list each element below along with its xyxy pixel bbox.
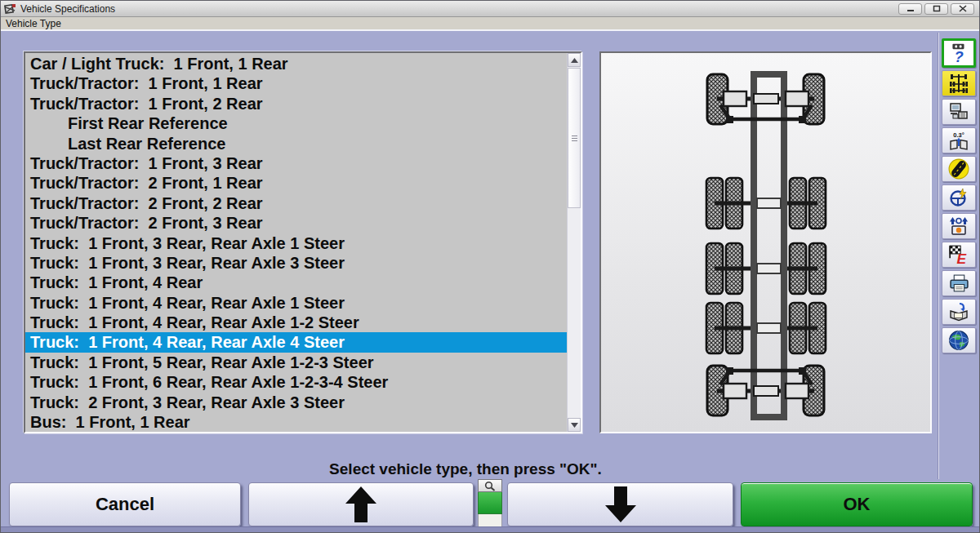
list-item[interactable]: Truck: 1 Front, 3 Rear, Rear Axle 3 Stee… — [25, 253, 567, 273]
arrow-down-icon — [604, 486, 638, 523]
arrow-up-icon — [344, 486, 378, 523]
sidebar-separator — [938, 33, 938, 479]
print-icon — [949, 273, 969, 294]
content-area: Car / Light Truck: 1 Front, 1 RearTruck/… — [1, 33, 979, 532]
list-item[interactable]: Truck: 1 Front, 4 Rear — [25, 273, 567, 292]
save-restore-button[interactable] — [942, 299, 976, 325]
sidebar: ? — [942, 38, 978, 356]
tab-bar: Vehicle Type — [1, 17, 979, 31]
minimize-button[interactable] — [898, 3, 922, 15]
caster-steer-button[interactable] — [942, 184, 976, 211]
minimize-icon — [906, 5, 915, 12]
globe-button[interactable] — [942, 327, 976, 353]
list-item[interactable]: Truck: 2 Front, 3 Rear, Rear Axle 3 Stee… — [25, 393, 567, 412]
caster-steer-icon — [949, 188, 969, 207]
print-button[interactable] — [942, 270, 976, 296]
svg-text:E: E — [956, 251, 966, 265]
list-item[interactable]: Truck: 1 Front, 5 Rear, Rear Axle 1-2-3 … — [25, 353, 567, 372]
scroll-up-icon — [571, 58, 578, 63]
vehicle-specifications-button[interactable] — [942, 70, 976, 96]
close-icon — [959, 5, 967, 12]
title-bar: Vehicle Specifications — [1, 1, 979, 17]
vehicle-specifications-icon — [949, 73, 969, 94]
vehicle-diagram-panel — [599, 51, 932, 433]
svg-text:?: ? — [954, 48, 963, 64]
aligner-console-icon — [949, 102, 969, 122]
maximize-button[interactable] — [924, 3, 948, 15]
list-item[interactable]: Bus: 1 Front, 1 Rear — [25, 412, 567, 432]
globe-icon — [948, 330, 969, 351]
move-up-button[interactable] — [248, 482, 474, 526]
tab-vehicle-type: Vehicle Type — [6, 18, 61, 29]
ok-button-label: OK — [844, 494, 871, 515]
vehicle-type-listbox: Car / Light Truck: 1 Front, 1 RearTruck/… — [24, 51, 582, 433]
list-item[interactable]: First Rear Reference — [25, 113, 567, 133]
list-item[interactable]: Last Rear Reference — [25, 134, 567, 153]
ok-button[interactable]: OK — [741, 482, 973, 526]
maximize-icon — [933, 5, 941, 12]
cancel-button[interactable]: Cancel — [9, 482, 241, 526]
list-item[interactable]: Truck: 1 Front, 4 Rear, Rear Axle 1-2 St… — [25, 313, 567, 332]
window-title: Vehicle Specifications — [20, 3, 115, 15]
scrollbar-thumb[interactable] — [568, 68, 581, 208]
specs-book-icon: 0.3° — [949, 131, 969, 150]
measure-sensors-icon — [949, 216, 969, 236]
app-icon — [4, 2, 17, 15]
help-icon: ? — [948, 42, 969, 64]
express-align-button[interactable]: E — [942, 242, 976, 268]
list-item[interactable]: Truck/Tractor: 1 Front, 1 Rear — [25, 73, 567, 93]
specs-book-button[interactable]: 0.3° — [942, 127, 976, 153]
list-item[interactable]: Truck: 1 Front, 4 Rear, Rear Axle 1 Stee… — [25, 293, 567, 313]
list-item[interactable]: Truck: 1 Front, 6 Rear, Rear Axle 1-2-3-… — [25, 372, 567, 392]
softkey-widget — [478, 479, 502, 531]
list-item[interactable]: Truck/Tractor: 2 Front, 2 Rear — [25, 193, 567, 213]
list-item[interactable]: Truck/Tractor: 1 Front, 3 Rear — [25, 153, 567, 173]
magnifier-icon — [483, 481, 497, 491]
help-button[interactable]: ? — [942, 38, 976, 68]
measure-sensors-button[interactable] — [942, 213, 976, 239]
vehicle-type-list: Car / Light Truck: 1 Front, 1 RearTruck/… — [25, 53, 567, 432]
vehicle-specifications-window: Vehicle Specifications Vehicle Type Car … — [0, 0, 980, 533]
tire-button[interactable] — [942, 156, 976, 182]
vehicle-diagram — [601, 53, 930, 432]
bottom-strip — [1, 526, 979, 532]
list-item[interactable]: Truck/Tractor: 1 Front, 2 Rear — [25, 94, 567, 113]
tire-icon — [948, 158, 969, 180]
softkey-level-indicator-active[interactable] — [478, 492, 502, 514]
close-button[interactable] — [951, 3, 974, 15]
list-item[interactable]: Car / Light Truck: 1 Front, 1 Rear — [25, 54, 567, 73]
instruction-text: Select vehicle type, then press "OK". — [1, 460, 930, 478]
scroll-down-icon — [571, 423, 578, 428]
list-item[interactable]: Truck: 1 Front, 4 Rear, Rear Axle 4 Stee… — [25, 332, 567, 352]
aligner-console-button[interactable] — [942, 99, 976, 125]
save-restore-icon — [949, 302, 969, 322]
scroll-up-button[interactable] — [568, 53, 581, 67]
list-item[interactable]: Truck/Tractor: 2 Front, 1 Rear — [25, 173, 567, 193]
move-down-button[interactable] — [507, 482, 733, 526]
zoom-softkeys-button[interactable] — [478, 479, 502, 492]
list-scrollbar[interactable] — [567, 53, 581, 432]
scroll-down-button[interactable] — [568, 418, 581, 432]
express-align-icon: E — [948, 244, 969, 265]
list-item[interactable]: Truck: 1 Front, 3 Rear, Rear Axle 1 Stee… — [25, 233, 567, 253]
cancel-button-label: Cancel — [96, 494, 154, 515]
list-item[interactable]: Truck/Tractor: 2 Front, 3 Rear — [25, 213, 567, 233]
